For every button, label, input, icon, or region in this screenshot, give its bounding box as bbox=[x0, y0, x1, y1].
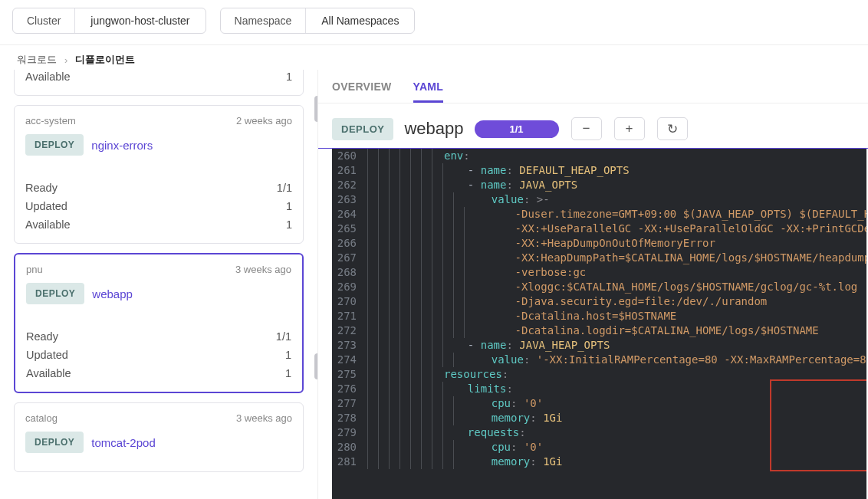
code-line[interactable]: 278 memory: 1Gi bbox=[332, 411, 866, 425]
code-text: -XX:HeapDumpPath=$CATALINA_HOME/logs/$HO… bbox=[475, 251, 866, 265]
code-line[interactable]: 280 cpu: '0' bbox=[332, 440, 866, 455]
line-number: 271 bbox=[332, 309, 363, 323]
code-line[interactable]: 269 -Xloggc:$CATALINA_HOME/logs/$HOSTNAM… bbox=[332, 280, 866, 294]
deployment-name[interactable]: webapp bbox=[92, 287, 133, 300]
code-text: env: bbox=[442, 149, 470, 163]
stat-value: 1/1 bbox=[276, 330, 291, 343]
deployment-card[interactable]: Ready1/1Updated1Available1 bbox=[14, 70, 304, 96]
stat-row: Available1 bbox=[25, 70, 292, 86]
deployment-name[interactable]: nginx-errors bbox=[91, 139, 153, 152]
detail-title: webapp bbox=[404, 119, 463, 139]
code-line[interactable]: 261 - name: DEFAULT_HEAP_OPTS bbox=[332, 163, 866, 178]
fold-guides bbox=[363, 222, 475, 236]
line-number: 278 bbox=[332, 411, 363, 425]
card-age: 3 weeks ago bbox=[236, 412, 292, 424]
scale-up-button[interactable]: + bbox=[614, 117, 645, 140]
tab-overview[interactable]: OVERVIEW bbox=[332, 80, 392, 103]
code-text: requests: bbox=[453, 425, 526, 440]
line-number: 281 bbox=[332, 455, 363, 469]
fold-guides bbox=[363, 207, 475, 222]
stat-row: Ready1/1 bbox=[26, 327, 291, 346]
deployment-card[interactable]: catalog3 weeks agoDEPLOYtomcat-2pod bbox=[14, 402, 304, 472]
line-number: 270 bbox=[332, 294, 363, 309]
line-number: 269 bbox=[332, 280, 363, 294]
card-stats: Ready1/1Updated1Available1 bbox=[15, 174, 303, 243]
scrollbar-thumb[interactable] bbox=[314, 96, 317, 122]
stat-row: Updated1 bbox=[26, 346, 291, 364]
cluster-select[interactable]: Cluster jungwon-host-cluster bbox=[12, 8, 206, 34]
scale-down-button[interactable]: − bbox=[571, 117, 602, 140]
code-line[interactable]: 275resources: bbox=[332, 367, 866, 382]
refresh-button[interactable]: ↻ bbox=[657, 117, 688, 140]
namespace-select-value[interactable]: All Namespaces bbox=[306, 8, 414, 33]
code-text: -Djava.security.egd=file:/dev/./urandom bbox=[475, 294, 767, 309]
deploy-badge: DEPLOY bbox=[26, 283, 84, 304]
line-number: 261 bbox=[332, 163, 363, 178]
breadcrumb-parent[interactable]: 워크로드 bbox=[17, 53, 57, 67]
code-text: -Duser.timezone=GMT+09:00 $(JAVA_HEAP_OP… bbox=[475, 207, 866, 222]
stat-value: 1 bbox=[286, 200, 292, 212]
fold-guides bbox=[363, 149, 442, 163]
code-text: limits: bbox=[453, 382, 513, 396]
code-line[interactable]: 270 -Djava.security.egd=file:/dev/./uran… bbox=[332, 294, 866, 309]
code-line[interactable]: 271 -Dcatalina.host=$HOSTNAME bbox=[332, 309, 866, 323]
namespace-select[interactable]: Namespace All Namespaces bbox=[220, 8, 416, 34]
fold-guides bbox=[363, 338, 453, 353]
tab-bar: OVERVIEW YAML bbox=[318, 70, 868, 103]
code-text: -verbose:gc bbox=[475, 265, 586, 280]
code-line[interactable]: 267 -XX:HeapDumpPath=$CATALINA_HOME/logs… bbox=[332, 251, 866, 265]
line-number: 280 bbox=[332, 440, 363, 455]
code-text: -XX:+UseParallelGC -XX:+UseParallelOldGC… bbox=[475, 222, 866, 236]
deploy-badge: DEPLOY bbox=[25, 432, 84, 453]
code-line[interactable]: 276 limits: bbox=[332, 382, 866, 396]
stat-label: Available bbox=[25, 71, 71, 83]
code-line[interactable]: 281 memory: 1Gi bbox=[332, 455, 866, 469]
code-line[interactable]: 260env: bbox=[332, 149, 866, 163]
line-number: 268 bbox=[332, 265, 363, 280]
stat-label: Updated bbox=[26, 349, 68, 361]
cluster-select-value[interactable]: jungwon-host-cluster bbox=[75, 8, 205, 33]
code-text: -Xloggc:$CATALINA_HOME/logs/$HOSTNAME/gc… bbox=[475, 280, 857, 294]
fold-guides bbox=[363, 236, 475, 251]
yaml-editor[interactable]: 260env:261 - name: DEFAULT_HEAP_OPTS262 … bbox=[332, 149, 866, 499]
stat-value: 1 bbox=[285, 349, 291, 361]
code-line[interactable]: 277 cpu: '0' bbox=[332, 396, 866, 411]
deployment-card[interactable]: acc-system2 weeks agoDEPLOYnginx-errorsR… bbox=[14, 105, 304, 244]
stat-row: Available1 bbox=[25, 215, 292, 234]
code-line[interactable]: 274 value: '-XX:InitialRAMPercentage=80 … bbox=[332, 353, 866, 367]
code-line[interactable]: 266 -XX:+HeapDumpOnOutOfMemoryError bbox=[332, 236, 866, 251]
stat-value: 1/1 bbox=[277, 182, 292, 194]
code-line[interactable]: 272 -Dcatalina.logdir=$CATALINA_HOME/log… bbox=[332, 323, 866, 338]
code-line[interactable]: 265 -XX:+UseParallelGC -XX:+UseParallelO… bbox=[332, 222, 866, 236]
code-text: - name: DEFAULT_HEAP_OPTS bbox=[453, 163, 630, 178]
code-line[interactable]: 263 value: >- bbox=[332, 192, 866, 207]
line-number: 279 bbox=[332, 425, 363, 440]
scrollbar-thumb[interactable] bbox=[314, 353, 317, 379]
code-text: memory: 1Gi bbox=[464, 455, 562, 469]
fold-guides bbox=[363, 323, 475, 338]
code-line[interactable]: 268 -verbose:gc bbox=[332, 265, 866, 280]
line-number: 262 bbox=[332, 178, 363, 192]
deployment-name[interactable]: tomcat-2pod bbox=[91, 436, 155, 449]
breadcrumb: 워크로드 › 디플로이먼트 bbox=[0, 45, 868, 70]
line-number: 277 bbox=[332, 396, 363, 411]
deployment-card[interactable]: pnu3 weeks agoDEPLOYwebappReady1/1Update… bbox=[14, 253, 304, 393]
line-number: 260 bbox=[332, 149, 363, 163]
code-line[interactable]: 273 - name: JAVA_HEAP_OPTS bbox=[332, 338, 866, 353]
line-number: 265 bbox=[332, 222, 363, 236]
code-line[interactable]: 279 requests: bbox=[332, 425, 866, 440]
code-line[interactable]: 264 -Duser.timezone=GMT+09:00 $(JAVA_HEA… bbox=[332, 207, 866, 222]
card-namespace: catalog bbox=[25, 412, 58, 424]
fold-guides bbox=[363, 294, 475, 309]
line-number: 266 bbox=[332, 236, 363, 251]
breadcrumb-current: 디플로이먼트 bbox=[75, 53, 135, 67]
tab-yaml[interactable]: YAML bbox=[413, 80, 444, 103]
code-text: memory: 1Gi bbox=[464, 411, 562, 425]
card-stats: Ready1/1Updated1Available1 bbox=[15, 323, 302, 392]
topbar: Cluster jungwon-host-cluster Namespace A… bbox=[0, 0, 868, 45]
code-line[interactable]: 262 - name: JAVA_OPTS bbox=[332, 178, 866, 192]
code-text: value: >- bbox=[464, 192, 550, 207]
card-age: 3 weeks ago bbox=[235, 264, 291, 275]
namespace-select-label: Namespace bbox=[221, 8, 307, 33]
stat-label: Available bbox=[26, 367, 71, 379]
